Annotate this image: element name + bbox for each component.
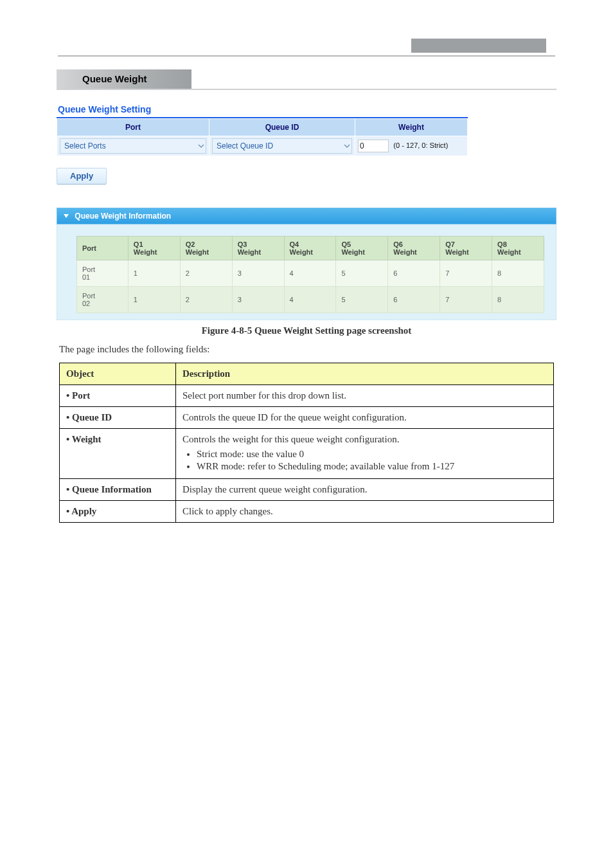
weight-hint: (0 - 127, 0: Strict) [393, 141, 448, 149]
page-title: Queue Weight [57, 69, 191, 89]
weight-col-header: Q6Weight [388, 237, 440, 260]
cell-object: • Port [60, 385, 176, 407]
weight-col-header: Q8Weight [492, 237, 544, 260]
cell-description: Select port number for this drop down li… [176, 385, 554, 407]
description-intro: The page includes the following fields: [59, 344, 554, 355]
cell-port: Port01 [77, 260, 129, 287]
cell-weight: 4 [284, 260, 336, 287]
table-row: • ApplyClick to apply changes. [60, 501, 554, 523]
apply-button[interactable]: Apply [57, 168, 107, 185]
queue-weight-information-panel: Queue Weight Information PortQ1WeightQ2W… [57, 208, 556, 320]
queue-weight-setting-table: Port Queue ID Weight Select Ports Select… [57, 118, 468, 156]
cell-weight: 6 [388, 287, 440, 313]
cell-object: • Weight [60, 429, 176, 479]
col-port: Port [57, 119, 209, 136]
header-separator [58, 55, 555, 57]
weight-col-header: Port [77, 237, 129, 260]
col-weight: Weight [355, 119, 468, 136]
cell-description: Click to apply changes. [176, 501, 554, 523]
cell-weight: 7 [440, 260, 492, 287]
cell-description: Controls the queue ID for the queue weig… [176, 407, 554, 429]
table-row: • WeightControls the weight for this que… [60, 429, 554, 479]
weight-input[interactable]: 0 [358, 140, 389, 152]
cell-weight: 4 [284, 287, 336, 313]
table-row: • Queue InformationDisplay the current q… [60, 479, 554, 501]
weight-col-header: Q3Weight [232, 237, 284, 260]
cell-object: • Queue Information [60, 479, 176, 501]
cell-port: Port02 [77, 287, 129, 313]
weight-col-header: Q5Weight [336, 237, 388, 260]
cell-weight: 2 [180, 287, 232, 313]
table-row: • Queue IDControls the queue ID for the … [60, 407, 554, 429]
select-queue-placeholder: Select Queue ID [217, 141, 273, 150]
cell-weight: 5 [336, 260, 388, 287]
weight-col-header: Q2Weight [180, 237, 232, 260]
section-heading-queue-weight-setting: Queue Weight Setting [58, 104, 556, 114]
manual-header-bar [411, 39, 546, 53]
weight-col-header: Q1Weight [128, 237, 180, 260]
cell-weight: 8 [492, 260, 544, 287]
panel-title: Queue Weight Information [75, 212, 171, 221]
queue-weight-info-table: PortQ1WeightQ2WeightQ3WeightQ4WeightQ5We… [76, 236, 544, 313]
triangle-down-icon [64, 214, 69, 219]
cell-description: Display the current queue weight configu… [176, 479, 554, 501]
cell-weight: 2 [180, 260, 232, 287]
cell-weight: 1 [128, 287, 180, 313]
table-row: • PortSelect port number for this drop d… [60, 385, 554, 407]
cell-description: Controls the weight for this queue weigh… [176, 429, 554, 479]
chevron-down-icon [344, 143, 350, 149]
cell-weight: 3 [232, 260, 284, 287]
cell-weight: 5 [336, 287, 388, 313]
cell-weight: 3 [232, 287, 284, 313]
col-queue-id: Queue ID [209, 119, 355, 136]
cell-object: • Apply [60, 501, 176, 523]
svg-marker-0 [64, 214, 69, 218]
chevron-down-icon [198, 143, 204, 149]
col-object: Object [60, 363, 176, 385]
panel-header[interactable]: Queue Weight Information [57, 208, 556, 224]
figure-caption: Figure 4-8-5 Queue Weight Setting page s… [0, 325, 613, 336]
weight-col-header: Q7Weight [440, 237, 492, 260]
table-row: Port0112345678 [77, 260, 544, 287]
select-queue-id-dropdown[interactable]: Select Queue ID [212, 138, 352, 154]
ui-screenshot: Queue Weight Queue Weight Setting Port Q… [57, 69, 556, 320]
weight-col-header: Q4Weight [284, 237, 336, 260]
col-description: Description [176, 363, 554, 385]
select-ports-dropdown[interactable]: Select Ports [60, 138, 206, 154]
description-table: Object Description • PortSelect port num… [59, 363, 554, 523]
cell-object: • Queue ID [60, 407, 176, 429]
cell-weight: 8 [492, 287, 544, 313]
select-ports-placeholder: Select Ports [64, 141, 106, 150]
cell-weight: 6 [388, 260, 440, 287]
cell-weight: 1 [128, 260, 180, 287]
table-row: Port0212345678 [77, 287, 544, 313]
cell-weight: 7 [440, 287, 492, 313]
